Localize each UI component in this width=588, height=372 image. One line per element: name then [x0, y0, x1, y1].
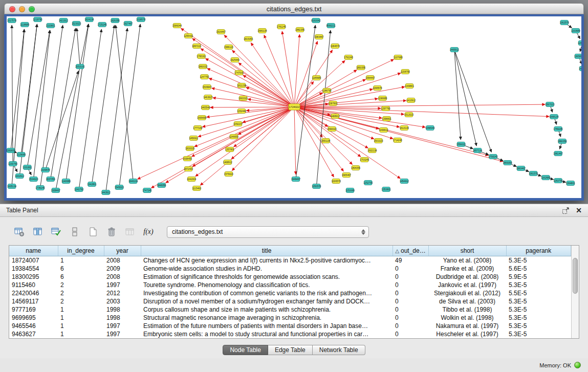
table-cell[interactable]: Estimation of significance thresholds fo…	[141, 273, 393, 281]
graph-node[interactable]: 1545023	[115, 185, 124, 190]
graph-node[interactable]: 1534023	[29, 177, 38, 182]
graph-node[interactable]: 1247750	[200, 75, 209, 79]
graph-node[interactable]: 1084578	[331, 44, 340, 49]
new-table-button[interactable]	[86, 225, 100, 238]
graph-node[interactable]: 1938467	[51, 188, 60, 193]
table-scrollbar[interactable]	[571, 246, 579, 338]
table-cell[interactable]: Structural magnetic resonance image aver…	[141, 314, 393, 322]
graph-node[interactable]: 2242004	[187, 177, 196, 182]
graph-node[interactable]: 1815356	[244, 37, 253, 41]
table-row[interactable]: 911546021997Tourette syndrome. Phenomeno…	[9, 281, 571, 289]
graph-node[interactable]: 1691134	[321, 139, 331, 143]
table-cell[interactable]: Hescheler et al. (1997)	[428, 330, 506, 338]
graph-node[interactable]: 8163042	[311, 18, 320, 23]
graph-node[interactable]: 1364801	[566, 181, 575, 186]
table-cell[interactable]: 1998	[104, 305, 141, 314]
graph-node[interactable]: 1567023	[545, 102, 554, 107]
graph-node[interactable]: 1454912	[400, 179, 409, 184]
graph-node[interactable]: 1297790	[381, 106, 390, 111]
table-cell[interactable]: Dudbridge et al. (2008)	[428, 273, 506, 281]
table-cell[interactable]: 5.3E-5	[506, 281, 571, 289]
table-cell[interactable]: 2008	[104, 256, 141, 265]
graph-node[interactable]: 1095578	[373, 86, 382, 91]
graph-node[interactable]: 1668134	[550, 115, 559, 119]
graph-node[interactable]: 1747245	[142, 188, 151, 193]
graph-node[interactable]: 1061578	[529, 171, 538, 176]
graph-node[interactable]: 1680134	[257, 29, 267, 33]
table-cell[interactable]: 5.3E-5	[506, 322, 571, 330]
graph-node[interactable]: 1512023	[404, 113, 413, 117]
graph-node[interactable]: 1590023	[328, 127, 337, 132]
graph-node[interactable]: 1264790	[578, 41, 581, 46]
table-cell[interactable]: 1997	[104, 322, 141, 330]
column-header-year[interactable]: year	[104, 246, 141, 256]
table-cell[interactable]: 0	[393, 305, 428, 314]
table-cell[interactable]: Jankovic et al. (1997)	[428, 281, 506, 289]
table-cell[interactable]: Tourette syndrome. Phenomenology and cla…	[141, 281, 393, 289]
graph-node[interactable]: 1848356	[157, 183, 166, 188]
graph-node[interactable]: 1624134	[84, 17, 94, 22]
table-cell[interactable]: 5.6E-5	[506, 265, 571, 273]
table-row[interactable]: 977716911998Corpus callosum shape and si…	[9, 305, 571, 314]
graph-node[interactable]: 1938455	[183, 157, 192, 161]
table-cell[interactable]: 9699695	[9, 314, 58, 322]
graph-node[interactable]: 1230790	[8, 162, 17, 166]
graph-node[interactable]: 1781245	[277, 25, 286, 29]
graph-node[interactable]: 1893356	[356, 65, 365, 70]
tab-network-table[interactable]: Network Table	[313, 345, 365, 355]
table-row[interactable]: 1938455462009Genome-wide association stu…	[9, 265, 571, 273]
graph-node[interactable]: 1657134	[473, 148, 482, 153]
table-row[interactable]: 1872400712008Changes of HCN gene express…	[9, 256, 571, 265]
graph-node[interactable]: 1246650	[229, 135, 238, 139]
graph-node[interactable]: 1092237	[233, 122, 243, 126]
table-cell[interactable]: Wolkin et al. (1998)	[428, 314, 506, 322]
graph-node[interactable]: 1859356	[503, 161, 512, 165]
table-cell[interactable]: Embryonic stem cells: a model to study s…	[141, 330, 393, 338]
graph-node[interactable]: 1586123	[224, 45, 233, 50]
graph-node[interactable]: 1398801	[382, 117, 391, 121]
table-cell[interactable]: 9777169	[9, 305, 58, 314]
minimize-button[interactable]	[19, 6, 25, 12]
graph-node[interactable]: 1625440	[230, 58, 239, 62]
table-cell[interactable]: 1	[58, 330, 104, 338]
table-cell[interactable]: 18300295	[9, 273, 58, 281]
table-selector-dropdown[interactable]: citations_edges.txt	[167, 226, 369, 238]
table-cell[interactable]: 49	[393, 256, 428, 265]
table-cell[interactable]: 2	[58, 297, 104, 305]
table-cell[interactable]: 1	[58, 256, 104, 265]
graph-node[interactable]: 1151689	[345, 188, 355, 193]
table-cell[interactable]: 1	[58, 305, 104, 314]
graph-node[interactable]: 1028578	[136, 17, 145, 22]
table-cell[interactable]: 5.3E-5	[506, 297, 571, 305]
graph-node[interactable]: 1602134	[367, 148, 377, 153]
table-row[interactable]: 1456911722003Disruption of a novel membe…	[9, 297, 571, 305]
table-cell[interactable]: 22420046	[9, 289, 58, 297]
table-cell[interactable]: 1	[58, 314, 104, 322]
graph-node[interactable]: 1983467	[314, 35, 323, 39]
graph-node[interactable]: 1140689	[61, 179, 71, 184]
graph-node[interactable]: 1635134	[7, 184, 16, 189]
graph-node[interactable]: 1107689	[394, 55, 403, 60]
table-cell[interactable]: Tibbo et al. (1998)	[428, 305, 506, 314]
graph-node[interactable]: 1903321	[238, 96, 248, 101]
graph-node[interactable]: 1646134	[128, 179, 138, 184]
graph-node[interactable]: 1804356	[351, 166, 360, 170]
scrollbar-thumb[interactable]	[573, 258, 578, 294]
table-cell[interactable]: 0	[393, 281, 428, 289]
table-cell[interactable]: Disruption of a novel member of a sodium…	[141, 297, 393, 305]
delete-table-button[interactable]	[104, 225, 119, 238]
graph-node[interactable]: 1410912	[406, 98, 416, 103]
float-panel-icon[interactable]	[562, 207, 570, 214]
graph-node[interactable]: 1795301	[197, 54, 206, 59]
graph-node[interactable]: 1465912	[450, 48, 459, 52]
graph-node[interactable]: 1463627	[203, 95, 212, 100]
graph-node[interactable]: 1017578	[7, 18, 16, 23]
table-cell[interactable]: 0	[393, 297, 428, 305]
graph-node[interactable]: 1960467	[516, 166, 526, 171]
graph-node[interactable]: 1163689	[571, 29, 580, 33]
graph-node[interactable]: 1353801	[382, 187, 391, 192]
graph-node[interactable]: 1867221	[192, 44, 201, 49]
graph-node[interactable]: 1499912	[379, 128, 388, 133]
table-cell[interactable]: 5.3E-5	[506, 330, 571, 338]
graph-node[interactable]: 1699695	[197, 116, 206, 120]
